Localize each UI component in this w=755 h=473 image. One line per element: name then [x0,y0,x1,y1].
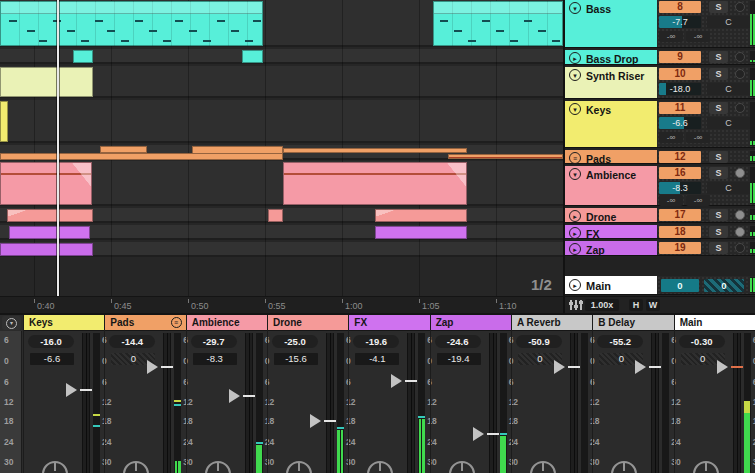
pan-knob[interactable] [449,461,475,473]
fader-handle-line[interactable] [243,395,255,397]
fader-track[interactable] [489,333,497,473]
track-number-box[interactable]: 9 [659,51,701,63]
track-pan-box[interactable]: C [707,182,750,194]
zoom-width-button[interactable]: W [646,299,660,311]
fold-icon[interactable]: ▸ [569,210,581,222]
volume-value-box[interactable]: -8.3 [193,353,237,365]
fader-track[interactable] [570,333,578,473]
solo-button[interactable]: S [709,167,728,179]
clip[interactable] [242,50,263,63]
clip-fade-handle[interactable] [447,163,467,188]
fader-handle-line[interactable] [649,366,661,368]
send-knob-1[interactable]: -∞ [686,31,710,42]
peak-level-display[interactable]: -24.6 [435,335,481,348]
arm-button[interactable] [731,102,748,114]
track-number-box[interactable]: 16 [659,167,701,179]
peak-level-display[interactable]: -16.0 [28,335,74,348]
mixer-track-name-b-delay[interactable]: B Delay [593,315,673,331]
clip[interactable] [0,101,8,142]
fader-track[interactable] [733,333,741,473]
mixer-fader-icon[interactable] [570,300,582,310]
clip-fade-handle[interactable] [72,163,92,188]
fold-icon[interactable]: ▾ [569,2,581,14]
track-volume-box[interactable]: -18.0 [659,83,701,95]
mixer-track-name-keys[interactable]: Keys [24,315,104,331]
fader-handle-line[interactable] [161,366,173,368]
send-knob-1[interactable]: -∞ [686,195,710,206]
group-icon[interactable]: ≡ [171,317,182,328]
fader-handle-line[interactable] [568,366,580,368]
solo-button[interactable]: S [709,242,728,254]
track-volume-box[interactable]: -8.3 [659,182,701,194]
track-volume-box[interactable]: -7.7 [659,16,701,28]
mixer-track-name-zap[interactable]: Zap [431,315,511,331]
arm-button[interactable] [731,68,748,80]
fader-handle-line[interactable] [324,420,336,422]
send-knob-0[interactable]: -∞ [659,132,683,143]
track-number-box[interactable]: 17 [659,209,701,221]
fader-handle-line[interactable] [731,366,743,368]
fader-track[interactable] [245,333,253,473]
fader-handle-line[interactable] [80,389,92,391]
clip[interactable] [283,148,467,153]
arm-button[interactable] [731,242,748,254]
send-knob-0[interactable]: -∞ [659,31,683,42]
track-name-bass-drop[interactable]: ▸Bass Drop [565,50,657,65]
track-number-box[interactable]: 18 [659,226,701,238]
pan-knob[interactable] [42,461,68,473]
track-number-box[interactable]: 12 [659,151,701,163]
mixer-track-name-main[interactable]: Main [675,315,755,331]
track-name-keys[interactable]: ▾Keys [565,101,657,148]
solo-button[interactable]: S [709,209,728,221]
clip[interactable] [0,67,93,97]
fold-icon[interactable]: ▾ [569,69,581,81]
arm-button[interactable] [731,51,748,63]
solo-button[interactable]: S [709,68,728,80]
fold-icon[interactable]: ▸ [569,227,581,239]
arm-button[interactable] [731,209,748,221]
track-name-zap[interactable]: ▸Zap [565,241,657,256]
fader-handle[interactable] [391,374,402,388]
volume-value-box[interactable]: -19.4 [437,353,481,365]
fader-handle-line[interactable] [405,380,417,382]
peak-level-display[interactable]: -19.6 [353,335,399,348]
mixer-track-name-pads[interactable]: Pads≡ [105,315,185,331]
clip[interactable] [268,209,283,222]
pan-knob[interactable] [693,461,719,473]
track-name-bass[interactable]: ▾Bass [565,0,657,48]
send-knob-1[interactable]: -∞ [686,132,710,143]
fader-track[interactable] [163,333,171,473]
mixer-track-name-fx[interactable]: FX [349,315,429,331]
fold-icon[interactable]: ▸ [569,243,581,255]
track-name-synth-riser[interactable]: ▾Synth Riser [565,67,657,99]
zoom-level-box[interactable]: 1.00x [585,299,619,311]
fader-handle[interactable] [635,360,646,374]
track-name-main[interactable]: ▸Main [565,276,657,295]
clip[interactable] [73,50,93,63]
solo-button[interactable]: S [709,226,728,238]
main-cue-box[interactable]: 0 [704,279,744,292]
peak-level-display[interactable]: -0.30 [679,335,725,348]
pan-knob[interactable] [286,461,312,473]
pan-knob[interactable] [123,461,149,473]
arm-button[interactable] [731,226,748,238]
track-pan-box[interactable]: C [707,83,750,95]
fader-track[interactable] [407,333,415,473]
clip[interactable] [0,162,92,205]
fader-handle[interactable] [473,427,484,441]
fader-track[interactable] [326,333,334,473]
track-name-fx[interactable]: ▸FX [565,225,657,239]
arm-button[interactable] [731,167,748,179]
solo-button[interactable]: S [709,151,728,163]
clip-fade-handle[interactable] [7,210,27,217]
arrangement-area[interactable] [0,0,563,296]
track-number-box[interactable]: 19 [659,242,701,254]
clip[interactable] [375,209,467,222]
fader-handle[interactable] [147,360,158,374]
fader-handle-line[interactable] [487,433,499,435]
clip[interactable] [448,154,563,159]
peak-level-display[interactable]: -55.2 [597,335,643,348]
time-ruler[interactable]: 0:400:450:500:551:001:051:10 [0,296,563,313]
main-output-box[interactable]: 0 [661,279,699,292]
fold-icon[interactable]: ▾ [569,168,581,180]
